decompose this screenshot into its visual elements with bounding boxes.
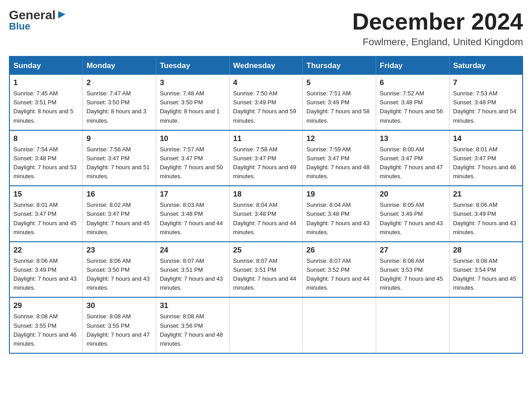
calendar-cell: 27 Sunrise: 8:08 AMSunset: 3:53 PMDaylig… <box>376 242 450 298</box>
day-info: Sunrise: 7:53 AMSunset: 3:48 PMDaylight:… <box>453 89 519 125</box>
calendar-week-row: 29 Sunrise: 8:08 AMSunset: 3:55 PMDaylig… <box>9 297 523 353</box>
day-number: 29 <box>13 301 79 310</box>
day-number: 11 <box>233 134 299 143</box>
calendar-cell: 28 Sunrise: 8:08 AMSunset: 3:54 PMDaylig… <box>449 242 523 298</box>
day-info: Sunrise: 8:08 AMSunset: 3:56 PMDaylight:… <box>160 312 226 348</box>
logo-triangle-icon <box>56 9 66 19</box>
calendar-cell: 7 Sunrise: 7:53 AMSunset: 3:48 PMDayligh… <box>449 75 523 130</box>
day-number: 10 <box>160 134 226 143</box>
day-info: Sunrise: 7:58 AMSunset: 3:47 PMDaylight:… <box>233 145 299 181</box>
day-info: Sunrise: 8:05 AMSunset: 3:49 PMDaylight:… <box>380 201 446 237</box>
day-number: 28 <box>453 246 519 255</box>
month-title: December 2024 <box>352 9 523 34</box>
calendar-header-row: SundayMondayTuesdayWednesdayThursdayFrid… <box>9 56 523 75</box>
calendar-cell: 19 Sunrise: 8:04 AMSunset: 3:48 PMDaylig… <box>303 186 376 242</box>
day-info: Sunrise: 7:52 AMSunset: 3:48 PMDaylight:… <box>380 89 446 125</box>
calendar-cell: 22 Sunrise: 8:06 AMSunset: 3:49 PMDaylig… <box>9 242 83 298</box>
day-number: 22 <box>13 246 79 255</box>
day-info: Sunrise: 7:57 AMSunset: 3:47 PMDaylight:… <box>160 145 226 181</box>
logo-blue-text: Blue <box>9 21 30 32</box>
day-number: 23 <box>86 246 152 255</box>
day-number: 25 <box>233 246 299 255</box>
header-thursday: Thursday <box>303 56 376 75</box>
calendar-cell: 18 Sunrise: 8:04 AMSunset: 3:48 PMDaylig… <box>229 186 303 242</box>
day-info: Sunrise: 8:07 AMSunset: 3:52 PMDaylight:… <box>306 257 372 293</box>
calendar-cell: 16 Sunrise: 8:02 AMSunset: 3:47 PMDaylig… <box>83 186 156 242</box>
day-info: Sunrise: 8:04 AMSunset: 3:48 PMDaylight:… <box>233 201 299 237</box>
calendar-cell: 1 Sunrise: 7:45 AMSunset: 3:51 PMDayligh… <box>9 75 83 130</box>
calendar-cell: 4 Sunrise: 7:50 AMSunset: 3:49 PMDayligh… <box>229 75 303 130</box>
calendar-cell <box>376 297 450 353</box>
day-info: Sunrise: 8:03 AMSunset: 3:48 PMDaylight:… <box>160 201 226 237</box>
day-number: 26 <box>306 246 372 255</box>
logo-general-text: General <box>9 9 56 21</box>
day-info: Sunrise: 8:07 AMSunset: 3:51 PMDaylight:… <box>160 257 226 293</box>
calendar-week-row: 1 Sunrise: 7:45 AMSunset: 3:51 PMDayligh… <box>9 75 523 130</box>
day-info: Sunrise: 7:59 AMSunset: 3:47 PMDaylight:… <box>306 145 372 181</box>
day-info: Sunrise: 7:50 AMSunset: 3:49 PMDaylight:… <box>233 89 299 125</box>
header-tuesday: Tuesday <box>156 56 229 75</box>
day-info: Sunrise: 7:47 AMSunset: 3:50 PMDaylight:… <box>86 89 152 125</box>
day-number: 16 <box>86 190 152 199</box>
day-number: 2 <box>86 78 152 87</box>
day-info: Sunrise: 8:01 AMSunset: 3:47 PMDaylight:… <box>13 201 79 237</box>
day-number: 30 <box>86 301 152 310</box>
location-subtitle: Fowlmere, England, United Kingdom <box>352 36 523 48</box>
page-header: General Blue December 2024 Fowlmere, Eng… <box>9 9 523 48</box>
title-area: December 2024 Fowlmere, England, United … <box>352 9 523 48</box>
day-info: Sunrise: 8:01 AMSunset: 3:47 PMDaylight:… <box>453 145 519 181</box>
header-friday: Friday <box>376 56 450 75</box>
calendar-cell: 11 Sunrise: 7:58 AMSunset: 3:47 PMDaylig… <box>229 130 303 186</box>
day-info: Sunrise: 8:04 AMSunset: 3:48 PMDaylight:… <box>306 201 372 237</box>
calendar-week-row: 15 Sunrise: 8:01 AMSunset: 3:47 PMDaylig… <box>9 186 523 242</box>
day-number: 1 <box>13 78 79 87</box>
calendar-cell: 9 Sunrise: 7:56 AMSunset: 3:47 PMDayligh… <box>83 130 156 186</box>
calendar-cell: 29 Sunrise: 8:08 AMSunset: 3:55 PMDaylig… <box>9 297 83 353</box>
day-info: Sunrise: 8:06 AMSunset: 3:49 PMDaylight:… <box>13 257 79 293</box>
day-number: 5 <box>306 78 372 87</box>
header-monday: Monday <box>83 56 156 75</box>
day-number: 19 <box>306 190 372 199</box>
day-number: 9 <box>86 134 152 143</box>
day-number: 17 <box>160 190 226 199</box>
day-number: 20 <box>380 190 446 199</box>
calendar-cell: 30 Sunrise: 8:08 AMSunset: 3:55 PMDaylig… <box>83 297 156 353</box>
day-info: Sunrise: 7:54 AMSunset: 3:48 PMDaylight:… <box>13 145 79 181</box>
header-wednesday: Wednesday <box>229 56 303 75</box>
calendar-cell: 17 Sunrise: 8:03 AMSunset: 3:48 PMDaylig… <box>156 186 229 242</box>
calendar-cell: 14 Sunrise: 8:01 AMSunset: 3:47 PMDaylig… <box>449 130 523 186</box>
day-info: Sunrise: 8:08 AMSunset: 3:54 PMDaylight:… <box>453 257 519 293</box>
day-info: Sunrise: 7:56 AMSunset: 3:47 PMDaylight:… <box>86 145 152 181</box>
day-info: Sunrise: 8:07 AMSunset: 3:51 PMDaylight:… <box>233 257 299 293</box>
day-info: Sunrise: 8:02 AMSunset: 3:47 PMDaylight:… <box>86 201 152 237</box>
day-number: 8 <box>13 134 79 143</box>
day-number: 15 <box>13 190 79 199</box>
calendar-table: SundayMondayTuesdayWednesdayThursdayFrid… <box>9 56 523 354</box>
header-saturday: Saturday <box>449 56 523 75</box>
day-info: Sunrise: 8:08 AMSunset: 3:55 PMDaylight:… <box>13 312 79 348</box>
calendar-cell <box>449 297 523 353</box>
calendar-cell: 13 Sunrise: 8:00 AMSunset: 3:47 PMDaylig… <box>376 130 450 186</box>
day-number: 24 <box>160 246 226 255</box>
day-number: 21 <box>453 190 519 199</box>
calendar-cell: 20 Sunrise: 8:05 AMSunset: 3:49 PMDaylig… <box>376 186 450 242</box>
day-info: Sunrise: 8:00 AMSunset: 3:47 PMDaylight:… <box>380 145 446 181</box>
calendar-cell: 6 Sunrise: 7:52 AMSunset: 3:48 PMDayligh… <box>376 75 450 130</box>
day-number: 3 <box>160 78 226 87</box>
calendar-cell: 8 Sunrise: 7:54 AMSunset: 3:48 PMDayligh… <box>9 130 83 186</box>
calendar-cell: 12 Sunrise: 7:59 AMSunset: 3:47 PMDaylig… <box>303 130 376 186</box>
day-number: 7 <box>453 78 519 87</box>
day-info: Sunrise: 7:51 AMSunset: 3:49 PMDaylight:… <box>306 89 372 125</box>
day-number: 12 <box>306 134 372 143</box>
calendar-cell: 10 Sunrise: 7:57 AMSunset: 3:47 PMDaylig… <box>156 130 229 186</box>
calendar-week-row: 8 Sunrise: 7:54 AMSunset: 3:48 PMDayligh… <box>9 130 523 186</box>
calendar-cell: 23 Sunrise: 8:06 AMSunset: 3:50 PMDaylig… <box>83 242 156 298</box>
calendar-cell: 25 Sunrise: 8:07 AMSunset: 3:51 PMDaylig… <box>229 242 303 298</box>
day-number: 4 <box>233 78 299 87</box>
calendar-cell: 24 Sunrise: 8:07 AMSunset: 3:51 PMDaylig… <box>156 242 229 298</box>
day-info: Sunrise: 7:48 AMSunset: 3:50 PMDaylight:… <box>160 89 226 125</box>
calendar-week-row: 22 Sunrise: 8:06 AMSunset: 3:49 PMDaylig… <box>9 242 523 298</box>
calendar-cell: 26 Sunrise: 8:07 AMSunset: 3:52 PMDaylig… <box>303 242 376 298</box>
day-info: Sunrise: 8:06 AMSunset: 3:50 PMDaylight:… <box>86 257 152 293</box>
calendar-cell: 2 Sunrise: 7:47 AMSunset: 3:50 PMDayligh… <box>83 75 156 130</box>
